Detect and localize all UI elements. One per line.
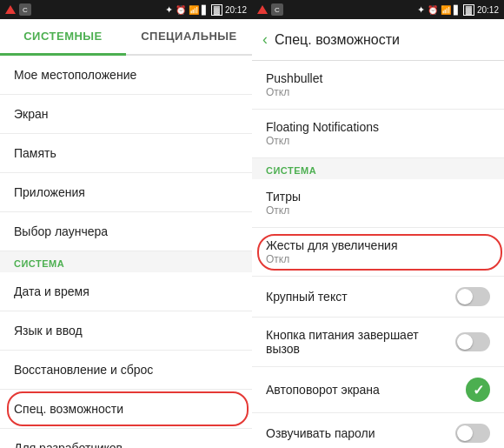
settings-item-floating[interactable]: Floating Notifications Откл <box>252 110 504 158</box>
settings-item-autorotate[interactable]: Автоповорот экрана <box>252 367 504 413</box>
back-button[interactable]: ‹ <box>262 30 268 49</box>
warning-icon <box>5 5 16 14</box>
right-battery-icon: ▓ <box>463 4 474 16</box>
page-title: Спец. возможности <box>275 32 400 48</box>
right-warning-icon <box>257 5 268 14</box>
right-signal-icon: C <box>271 3 283 16</box>
alarm-icon: ⏰ <box>176 5 186 15</box>
settings-item-speak-passwords[interactable]: Озвучивать пароли <box>252 413 504 448</box>
subtitles-subtitle: Откл <box>266 204 301 217</box>
pushbullet-title: Pushbullet <box>266 71 322 85</box>
floating-title: Floating Notifications <box>266 120 379 134</box>
menu-item-accessibility[interactable]: Спец. возможности <box>0 390 252 429</box>
battery-icon: ▓ <box>211 4 222 16</box>
right-alarm-icon: ⏰ <box>428 5 438 15</box>
menu-item-screen[interactable]: Экран <box>0 95 252 134</box>
left-status-right: ✦ ⏰ 📶 ▋ ▓ 20:12 <box>165 4 247 16</box>
left-panel: C ✦ ⏰ 📶 ▋ ▓ 20:12 СИСТЕМНЫЕ СПЕЦИАЛЬНЫЕ … <box>0 0 252 448</box>
left-status-bar: C ✦ ⏰ 📶 ▋ ▓ 20:12 <box>0 0 252 19</box>
tab-bar: СИСТЕМНЫЕ СПЕЦИАЛЬНЫЕ <box>0 19 252 56</box>
menu-item-language[interactable]: Язык и ввод <box>0 311 252 351</box>
signal-bars: ▋ <box>202 5 209 15</box>
right-status-icons: C <box>257 3 283 16</box>
speak-passwords-title: Озвучивать пароли <box>266 426 375 440</box>
menu-item-restore[interactable]: Восстановление и сброс <box>0 351 252 390</box>
settings-item-subtitles[interactable]: Титры Откл <box>252 179 504 228</box>
tab-special[interactable]: СПЕЦИАЛЬНЫЕ <box>126 19 252 54</box>
gestures-subtitle: Откл <box>266 253 398 265</box>
wifi-icon: 📶 <box>189 5 199 15</box>
gestures-title: Жесты для увеличения <box>266 238 398 252</box>
right-status-right: ✦ ⏰ 📶 ▋ ▓ 20:12 <box>417 4 499 16</box>
settings-item-pushbullet[interactable]: Pushbullet Откл <box>252 61 504 110</box>
right-status-bar: C ✦ ⏰ 📶 ▋ ▓ 20:12 <box>252 0 504 19</box>
settings-item-power-button[interactable]: Кнопка питания завершает вызов <box>252 318 504 367</box>
large-text-toggle[interactable] <box>455 287 490 306</box>
menu-item-location[interactable]: Мое местоположение <box>0 56 252 95</box>
menu-item-developer[interactable]: Для разработчиков <box>0 429 252 448</box>
menu-item-apps[interactable]: Приложения <box>0 173 252 212</box>
bluetooth-icon: ✦ <box>165 4 173 16</box>
right-time: 20:12 <box>477 5 499 15</box>
tab-system[interactable]: СИСТЕМНЫЕ <box>0 19 126 56</box>
signal-icon: C <box>19 3 31 16</box>
autorotate-check[interactable] <box>466 378 490 402</box>
settings-section-system: СИСТЕМА <box>252 158 504 179</box>
top-bar: ‹ Спец. возможности <box>252 19 504 61</box>
right-panel: C ✦ ⏰ 📶 ▋ ▓ 20:12 ‹ Спец. возможности Pu… <box>252 0 504 448</box>
power-button-title: Кнопка питания завершает вызов <box>266 328 455 356</box>
left-time: 20:12 <box>225 5 247 15</box>
settings-list: Pushbullet Откл Floating Notifications О… <box>252 61 504 448</box>
settings-item-large-text[interactable]: Крупный текст <box>252 277 504 318</box>
right-bluetooth-icon: ✦ <box>417 4 425 16</box>
pushbullet-subtitle: Откл <box>266 86 322 98</box>
right-signal-bars: ▋ <box>454 5 461 15</box>
right-wifi-icon: 📶 <box>441 5 451 15</box>
left-status-icons: C <box>5 3 31 16</box>
speak-passwords-toggle[interactable] <box>455 424 490 443</box>
subtitles-title: Титры <box>266 190 301 204</box>
section-header-system: СИСТЕМА <box>0 251 252 272</box>
menu-item-datetime[interactable]: Дата и время <box>0 272 252 311</box>
large-text-title: Крупный текст <box>266 290 348 304</box>
menu-item-memory[interactable]: Память <box>0 134 252 173</box>
power-button-toggle[interactable] <box>455 332 490 351</box>
menu-list: Мое местоположение Экран Память Приложен… <box>0 56 252 448</box>
menu-item-launcher[interactable]: Выбор лаунчера <box>0 212 252 251</box>
floating-subtitle: Откл <box>266 135 379 147</box>
autorotate-title: Автоповорот экрана <box>266 383 380 397</box>
settings-item-gestures[interactable]: Жесты для увеличения Откл <box>252 228 504 277</box>
